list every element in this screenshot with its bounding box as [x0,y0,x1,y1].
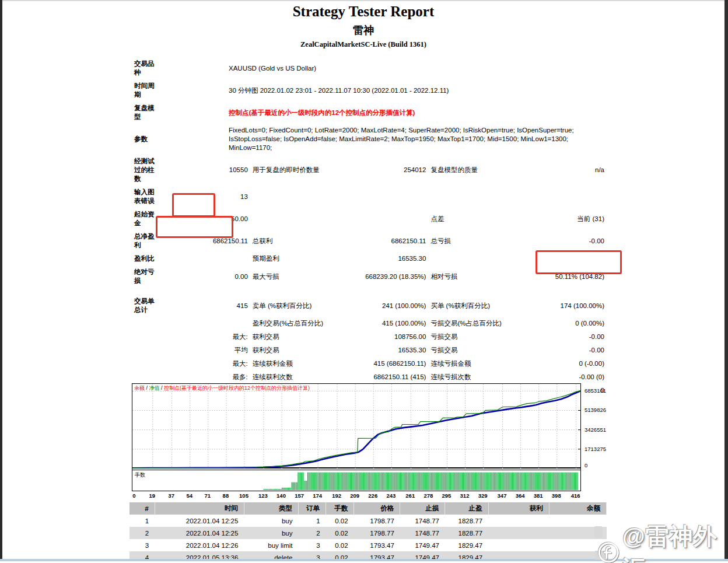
x-tick-label: 312 [460,492,470,499]
y-tick-label: 5139826 [584,407,606,413]
top-border-line [0,0,728,1]
watermark-logo-icon [596,538,620,563]
summary-row: 盈利比预期盈利16535.30 [133,252,606,265]
legend-item: 余额 [134,385,145,391]
trades-col-header: 止盈 [445,502,488,515]
trades-col-header: 价格 [354,502,400,515]
summary-row: 经测试过的柱数10550用于复盘的即时价数量254012复盘模型的质量n/a [133,155,606,186]
watermark: @雷神外汇 [596,520,728,563]
summary-row: 参数FixedLots=0; FixedCount=0; LotRate=200… [133,124,606,155]
lots-plot: 手数 [132,470,580,491]
x-tick-label: 209 [350,492,359,499]
summary-row: 最大:连续获利金额415 (6862150.11)连续亏损金额0 (-0.00) [133,357,606,370]
report-header: Strategy Tester Report 雷神 ZealCapitalMar… [2,4,724,49]
red-annotation-net-profit [156,216,233,238]
x-tick-label: 192 [332,492,341,499]
x-tick-label: 71 [205,492,211,499]
balance-chart: 余额 / 净值 / 控制点(基于最近的小一级时段内的12个控制点的分形插值计算)… [132,383,606,499]
x-tick-label: 295 [442,492,451,499]
watermark-decoration-square [594,526,603,538]
legend-item: 控制点(基于最近的小一级时段内的12个控制点的分形插值计算) [164,385,310,391]
x-tick-label: 416 [571,492,580,499]
x-tick-label: 105 [239,492,249,499]
x-tick-label: 174 [313,492,322,499]
summary-row: 交易单总计415卖单 (%获利百分比)241 (100.00%)买单 (%获利百… [133,295,606,317]
x-tick-label: 157 [295,492,304,499]
strategy-name: 雷神 [2,23,724,37]
summary-row: 平均获利交易16535.30亏损交易-0.00 [133,344,606,357]
trades-col-header: 类型 [244,502,298,515]
trades-col-header: 时间 [155,502,244,515]
x-tick-label: 37 [168,492,174,499]
summary-row: 最大:获利交易108756.00亏损交易-0.00 [133,330,606,344]
x-tick-label: 347 [498,492,507,499]
summary-row: 盈利交易(%占总百分比)415 (100.00%)亏损交易(%占总百分比)0 (… [133,317,606,330]
x-tick-label: 381 [534,492,543,499]
balance-equity-plot: 余额 / 净值 / 控制点(基于最近的小一级时段内的12个控制点的分形插值计算) [132,384,580,468]
x-tick-label: 261 [405,492,415,499]
x-tick-label: 140 [276,492,286,499]
trades-col-header: 获利 [488,502,549,515]
left-black-bar [0,0,2,563]
trades-col-header: 余额 [549,502,606,515]
summary-row: 最多:连续获利次数6862150.11 (415)连续亏损次数-0.00 (0) [133,370,606,384]
x-tick-label: 278 [424,492,433,499]
trades-col-header: 手数 [326,502,354,515]
watermark-text: @雷神外汇 [622,520,728,563]
legend-item: 净值 [149,385,160,391]
trades-col-header: # [130,502,155,515]
x-tick-label: 329 [478,492,488,499]
x-tick-label: 123 [258,492,268,499]
right-black-bar [724,0,728,563]
x-tick-label: 398 [552,492,561,499]
red-annotation-relative-drawdown [536,250,622,274]
y-tick-label: 1713275 [584,446,606,452]
trade-row: 12022.01.04 12:25buy10.021798.771748.771… [130,515,607,527]
x-tick-label: 88 [223,492,229,499]
summary-row: 复盘模型控制点(基于最近的小一级时段内的12个控制点的分形插值计算) [133,102,606,124]
x-tick-label: 0 [132,492,135,499]
trades-col-header: 止损 [400,502,445,515]
y-axis-labels: 68531015139826342655117132750 [584,383,620,468]
x-tick-label: 54 [186,492,192,499]
server-build: ZealCapitalMarketSC-Live (Build 1361) [2,40,724,49]
lots-label: 手数 [135,471,145,479]
y-tick-label: 0 [584,462,587,468]
trades-table: #时间类型订单手数价格止损止盈获利余额 12022.01.04 12:25buy… [130,502,607,563]
summary-row: 绝对亏损0.00最大亏损668239.20 (18.35%)相对亏损50.11%… [133,265,606,288]
chart-legend: 余额 / 净值 / 控制点(基于最近的小一级时段内的12个控制点的分形插值计算) [134,384,310,392]
lots-bars [132,470,580,491]
y-tick-label: 6853101 [584,387,606,394]
strategy-tester-report-page: Strategy Tester Report 雷神 ZealCapitalMar… [0,0,728,563]
page-title: Strategy Tester Report [2,4,724,20]
summary-row [133,288,606,295]
summary-row: 交易品种XAUUSD (Gold vs US Dollar) [133,57,606,79]
trades-col-header: 订单 [299,502,326,515]
balance-equity-lines [132,384,580,468]
x-tick-label: 19 [149,492,155,499]
y-tick-label: 3426551 [584,426,606,433]
trade-row: 22022.01.04 12:25buy20.021798.771748.771… [130,527,607,539]
trade-row: 32022.01.04 12:26buy limit30.021793.4717… [130,539,607,551]
x-axis-labels: 0193754718810512314015717419220922624326… [132,491,581,499]
red-annotation-initial-deposit [172,193,215,217]
x-tick-label: 364 [516,492,525,499]
chart-frame: 余额 / 净值 / 控制点(基于最近的小一级时段内的12个控制点的分形插值计算)… [132,383,581,491]
x-tick-label: 226 [368,492,377,499]
summary-row: 时间周期30 分钟图 2022.01.02 23:01 - 2022.11.07… [133,79,606,102]
x-tick-label: 243 [386,492,396,499]
